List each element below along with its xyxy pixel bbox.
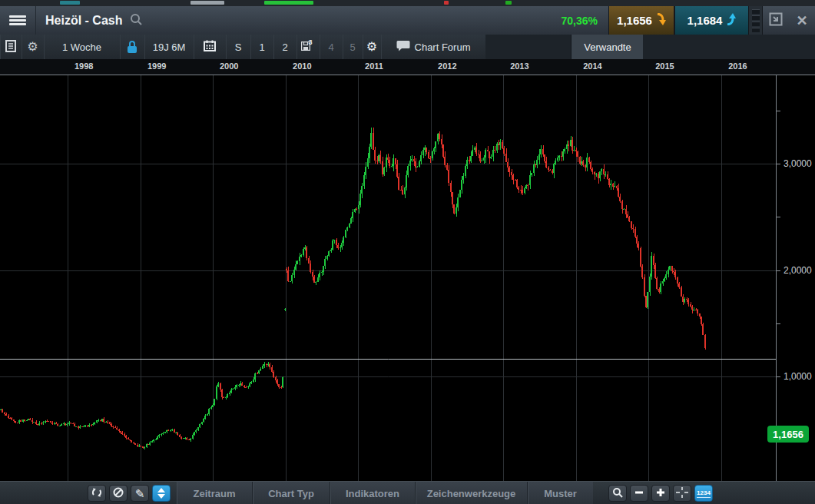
buy-price-button[interactable]: 1,1684 <box>674 6 749 35</box>
hamburger-icon <box>9 14 26 27</box>
prohibit-icon <box>113 487 124 500</box>
y-axis-label: 1,0000 <box>784 371 812 382</box>
close-icon: ✕ <box>796 14 807 28</box>
chart-plot-area[interactable]: 1,1656 <box>0 75 777 481</box>
menu-zeichenwerkzeuge[interactable]: Zeichenwerkzeuge <box>416 482 528 504</box>
slot-4-label: 4 <box>328 41 333 53</box>
layout-slot-5[interactable]: 5 <box>343 35 363 59</box>
lock-icon <box>128 41 137 53</box>
slot-3-label: 3 <box>308 38 312 46</box>
speech-bubble-icon <box>396 40 410 54</box>
sell-price: 1,1656 <box>617 14 652 27</box>
related-button[interactable]: Verwandte <box>571 35 644 59</box>
layout-slot-1[interactable]: 1 <box>250 35 274 59</box>
drag-grip[interactable] <box>749 6 763 35</box>
range-selector[interactable]: 19J 6M <box>144 35 194 59</box>
layout-slot-3-save[interactable]: 3 <box>297 35 320 59</box>
y-axis-tick <box>777 323 780 324</box>
order-panel-toggle-button[interactable] <box>152 485 171 502</box>
menu-indikatoren[interactable]: Indikatoren <box>330 482 416 504</box>
reset-chart-button[interactable] <box>88 485 106 502</box>
y-axis-tick <box>777 217 780 217</box>
range-label: 19J 6M <box>153 41 186 53</box>
slot-1-label: 1 <box>259 41 264 53</box>
toolbar-gap <box>643 35 815 59</box>
x-axis-label: 2010 <box>293 61 311 71</box>
close-button[interactable]: ✕ <box>789 6 815 35</box>
x-axis-label: 2000 <box>220 61 238 71</box>
popout-icon <box>769 12 783 28</box>
plus-icon <box>656 488 665 499</box>
x-axis-label: 2014 <box>583 61 601 71</box>
zoom-tools: 1234 <box>607 485 714 502</box>
timeframe-label: 1 Woche <box>62 41 101 53</box>
sell-price-button[interactable]: 1,1656 <box>608 6 674 35</box>
y-axis-tick <box>777 376 780 377</box>
window-title: Heizöl - Cash <box>45 14 122 28</box>
chart-settings-button[interactable]: ⚙ <box>22 35 45 59</box>
gear-icon: ⚙ <box>27 41 38 53</box>
timeframe-selector[interactable]: 1 Woche <box>44 35 121 59</box>
menu-zeitraum[interactable]: Zeitraum <box>177 482 253 504</box>
background-fragment <box>505 1 512 5</box>
y-axis-label: 3,0000 <box>784 158 812 169</box>
pencil-icon: ✎ <box>135 488 145 499</box>
slot-5-label: 5 <box>350 41 355 53</box>
layout-slot-2[interactable]: 2 <box>273 35 297 59</box>
x-axis-label: 2011 <box>365 61 383 71</box>
y-axis[interactable]: 3,00002,00001,0000 <box>776 75 815 481</box>
background-fragment <box>264 1 313 5</box>
toolbar-gap <box>485 35 571 59</box>
price-up-arrow-icon <box>726 13 736 28</box>
popout-button[interactable] <box>763 6 789 35</box>
background-window-sliver <box>0 0 815 6</box>
buy-price: 1,1684 <box>687 14 723 27</box>
titlebar: Heizöl - Cash 70,36% 1,1656 1,1684 ✕ <box>0 6 815 35</box>
search-icon[interactable] <box>130 13 143 29</box>
price-ladder-button[interactable]: 1234 <box>694 485 713 502</box>
bottom-toolbar-gap <box>0 482 86 504</box>
refresh-icon <box>91 487 102 500</box>
zoom-out-button[interactable] <box>630 485 648 502</box>
y-axis-tick <box>777 164 780 164</box>
x-axis-label: 2015 <box>655 61 674 71</box>
minus-icon <box>634 488 644 499</box>
numpad-icon: 1234 <box>697 489 711 498</box>
list-icon <box>5 40 16 55</box>
slot-2-label: 2 <box>282 41 287 53</box>
y-axis-tick <box>777 270 780 271</box>
background-fragment <box>60 1 80 5</box>
layout-settings-button[interactable]: ⚙ <box>363 35 382 59</box>
crosshair-button[interactable] <box>673 485 691 502</box>
chart-forum-button[interactable]: Chart Forum <box>381 35 486 59</box>
lock-range-button[interactable] <box>120 35 145 59</box>
related-label: Verwandte <box>584 41 631 53</box>
magnifier-icon <box>612 487 623 500</box>
draw-button[interactable]: ✎ <box>131 485 149 502</box>
background-fragment <box>190 1 224 5</box>
date-range-button[interactable] <box>194 35 227 59</box>
up-down-arrows-icon <box>157 488 165 499</box>
menu-button[interactable] <box>0 6 36 35</box>
price-chart-canvas[interactable] <box>0 75 777 481</box>
quote-panel-button[interactable] <box>0 35 22 59</box>
zoom-in-button[interactable] <box>651 485 670 502</box>
crosshair-icon <box>676 487 688 500</box>
layout-slot-4[interactable]: 4 <box>320 35 343 59</box>
menu-muster[interactable]: Muster <box>528 482 593 504</box>
current-price-tag: 1,1656 <box>767 426 809 443</box>
menu-chart-typ[interactable]: Chart Typ <box>253 482 330 504</box>
x-axis: 1998199920002010201120122013201420152016 <box>0 59 815 75</box>
price-down-arrow-icon <box>656 13 666 28</box>
bottom-toolbar: ✎ Zeitraum Chart Typ Indikatoren Zeichen… <box>0 481 815 504</box>
layout-slot-s[interactable]: S <box>226 35 251 59</box>
percent-change: 70,36% <box>562 15 598 27</box>
y-axis-tick <box>777 111 780 111</box>
slot-s-label: S <box>235 41 242 53</box>
bottom-menu: Zeitraum Chart Typ Indikatoren Zeichenwe… <box>177 482 593 504</box>
chart-toolbar: ⚙ 1 Woche 19J 6M S 1 2 3 <box>0 35 815 60</box>
clear-drawings-button[interactable] <box>109 485 128 502</box>
chart-forum-label: Chart Forum <box>415 41 471 53</box>
zoom-button[interactable] <box>608 485 627 502</box>
x-axis-label: 1999 <box>147 61 166 71</box>
